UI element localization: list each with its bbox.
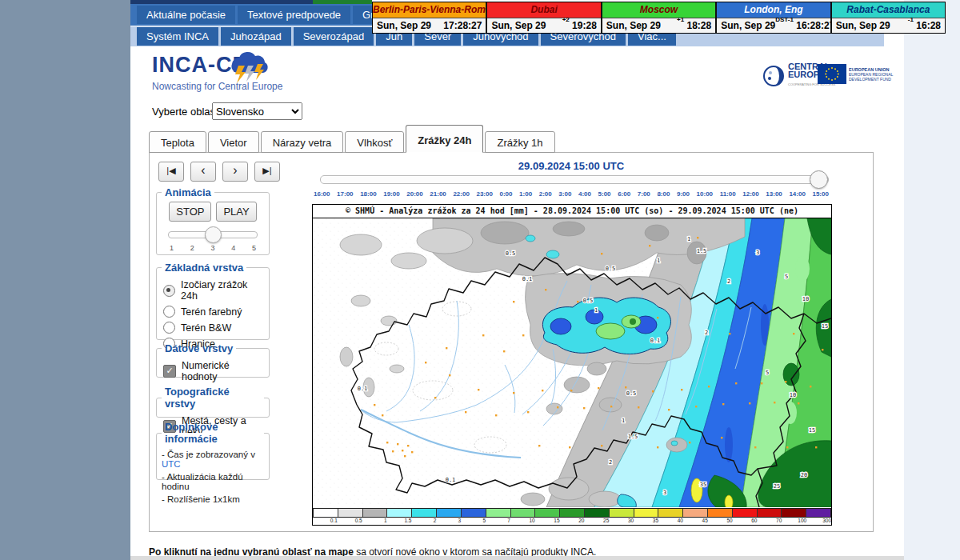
svg-text:3: 3: [756, 250, 759, 256]
clock-city-label: Moscow: [602, 2, 715, 18]
first-frame-button[interactable]: |◀: [158, 162, 184, 182]
tab-narazy-vetra[interactable]: Nárazy vetra: [261, 131, 344, 153]
base-layer-legend: Základná vrstva: [162, 262, 246, 274]
clock-2[interactable]: Moscow Sun, Sep 29+1 18:28: [601, 2, 715, 33]
data-layers-legend: Dátové vrstvy: [162, 342, 236, 354]
topo-layers-fieldset: Topografické vrstvy Mestá, cesty a rieky: [156, 386, 270, 418]
previous-frame-button[interactable]: ‹: [190, 162, 216, 182]
speed-slider[interactable]: [168, 226, 258, 242]
colorbar-cell: [314, 509, 338, 517]
svg-text:15: 15: [822, 323, 828, 330]
clock-4[interactable]: Rabat-Casablanca Sun, Sep 29-1 16:28: [830, 2, 945, 33]
svg-text:0.5: 0.5: [583, 298, 594, 304]
clock-0[interactable]: Berlin-Paris-Vienna-Roma Sun, Sep 29 17:…: [373, 2, 486, 33]
colorbar-cells: [313, 508, 831, 518]
colorbar-cell: [683, 509, 708, 517]
tab-zrazky-1h[interactable]: Zrážky 1h: [485, 131, 554, 153]
clock-3[interactable]: London, Eng Sun, Sep 29DST-1 16:28:27: [715, 2, 830, 33]
nav-juhozapad[interactable]: Juhozápad: [221, 27, 291, 46]
colorbar-cell: [535, 509, 560, 517]
svg-text:1: 1: [594, 307, 598, 314]
page: Aktuálne počasie Textové predpovede Graf…: [0, 0, 960, 560]
colorbar-cell: [782, 509, 806, 517]
region-select[interactable]: Slovensko: [212, 102, 302, 120]
svg-text:2: 2: [609, 459, 612, 466]
colorbar-cell: [585, 509, 610, 517]
timeline-tick: 23:00: [476, 190, 492, 198]
info-line-update: - Aktualizácia každú hodinu: [162, 472, 264, 491]
last-frame-button[interactable]: ▶|: [254, 162, 280, 182]
timeline-tick: 20:00: [406, 190, 422, 198]
colorbar-cell: [338, 509, 363, 517]
colorbar-label: 0.5: [338, 518, 362, 525]
nav-system-inca[interactable]: Systém INCA: [137, 27, 218, 46]
current-datetime-label: 29.09.2024 15:00 UTC: [312, 160, 830, 172]
colorbar-label: 100: [782, 518, 806, 525]
tab-vlhkost[interactable]: Vlhkosť: [345, 131, 404, 153]
nav-textove-predpovede[interactable]: Textové predpovede: [238, 6, 350, 24]
colorbar-label: 2: [411, 518, 436, 525]
colorbar-label: 7: [486, 518, 510, 525]
utc-link[interactable]: UTC: [162, 459, 181, 469]
radio-teren-bw[interactable]: Terén B&W: [163, 322, 262, 334]
bottom-gray-bar: [130, 556, 904, 560]
svg-text:10: 10: [790, 392, 796, 398]
svg-text:1: 1: [622, 418, 625, 424]
clock-offset: DST-1: [775, 16, 794, 23]
central-europe-icon: [762, 65, 785, 87]
timeline-tick: 11:00: [720, 190, 736, 198]
speed-slider-handle[interactable]: [205, 226, 222, 243]
svg-text:1.5: 1.5: [697, 248, 707, 254]
timeline-tick: 6:00: [618, 190, 630, 198]
info-legend: Doplnkové informácie: [162, 421, 264, 445]
colorbar-cell: [462, 509, 486, 517]
clock-1[interactable]: Dubai Sun, Sep 29+2 19:28: [486, 2, 600, 33]
play-button[interactable]: PLAY: [216, 202, 256, 222]
eu-logo-line3: DEVELOPMENT FUND: [849, 77, 891, 82]
colorbar-label: 35: [634, 518, 658, 525]
colorbar-label: 70: [757, 518, 782, 525]
radio-icon[interactable]: [163, 285, 175, 297]
radio-icon[interactable]: [163, 306, 175, 318]
svg-text:20: 20: [801, 472, 807, 478]
colorbar-cell: [733, 509, 758, 517]
world-clocks-widget: Berlin-Paris-Vienna-Roma Sun, Sep 29 17:…: [372, 2, 946, 34]
timeline-ticks: 16:0017:0018:0019:0020:0021:0022:0023:00…: [314, 190, 829, 198]
radio-teren-farebny[interactable]: Terén farebný: [163, 306, 262, 318]
radio-izociary-zrazok[interactable]: Izočiary zrážok 24h: [163, 279, 262, 302]
colorbar-cell: [437, 509, 462, 517]
nav-severozapad[interactable]: Severozápad: [294, 27, 374, 46]
svg-text:10: 10: [802, 296, 809, 302]
precipitation-map[interactable]: 0.10.510.50.111.523510150.12510150.511.5…: [312, 204, 832, 526]
clock-time: 17:28:27: [443, 20, 482, 31]
base-layer-fieldset: Základná vrstva Izočiary zrážok 24h Teré…: [156, 262, 270, 340]
svg-text:1: 1: [657, 258, 660, 264]
tab-zrazky-24h[interactable]: Zrážky 24h: [406, 125, 483, 153]
checkbox-icon[interactable]: [163, 365, 176, 378]
time-slider-track[interactable]: [320, 175, 829, 184]
data-layers-fieldset: Dátové vrstvy Numerické hodnoty: [156, 342, 270, 378]
tab-teplota[interactable]: Teplota: [149, 131, 206, 153]
radio-icon[interactable]: [163, 322, 175, 334]
svg-text:0.1: 0.1: [446, 477, 456, 483]
nav-aktualne-pocasie[interactable]: Aktuálne počasie: [137, 6, 235, 24]
checkbox-numericke-hodnoty[interactable]: Numerické hodnoty: [163, 360, 262, 382]
stop-button[interactable]: STOP: [169, 202, 211, 222]
timeline-tick: 15:00: [812, 190, 828, 198]
colorbar-label: 3: [436, 518, 461, 525]
next-frame-button[interactable]: ›: [222, 162, 248, 182]
info-fieldset: Doplnkové informácie - Čas je zobrazovan…: [156, 421, 270, 480]
colorbar-label: 1.5: [387, 518, 412, 525]
clock-time: 19:28: [572, 20, 597, 31]
tab-vietor[interactable]: Vietor: [208, 131, 259, 153]
time-slider-handle[interactable]: [810, 170, 828, 189]
svg-text:35: 35: [700, 482, 706, 488]
colorbar-cell: [610, 509, 634, 517]
colorbar-label: 300: [806, 518, 831, 525]
map-canvas: 0.10.510.50.111.523510150.12510150.511.5…: [313, 205, 831, 525]
timeline-tick: 4:00: [578, 190, 591, 198]
clock-date: Sun, Sep 29: [606, 20, 661, 31]
svg-text:0.1: 0.1: [522, 276, 533, 282]
colorbar-cell: [363, 509, 388, 517]
colorbar-label: 60: [733, 518, 758, 525]
